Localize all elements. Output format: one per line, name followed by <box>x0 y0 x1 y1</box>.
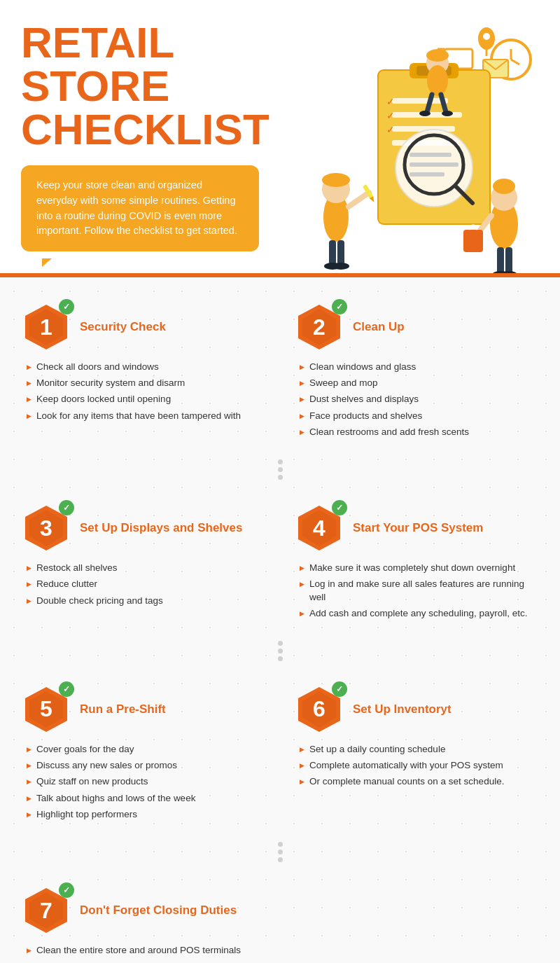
section-card-5: 5 Run a Pre-ShiftCover goals for the day… <box>14 674 273 835</box>
list-item-text: Dust shelves and displays <box>309 393 419 406</box>
svg-point-40 <box>493 179 515 194</box>
svg-rect-15 <box>392 98 448 104</box>
section-header-2: 2 Clean Up <box>294 302 539 352</box>
checkmark-badge-6 <box>332 681 347 697</box>
svg-point-51 <box>419 111 430 116</box>
section-title-6: Set Up Inventoryt <box>353 702 451 716</box>
list-item: Set up a daily counting schedule <box>300 743 539 756</box>
hex-number-3: 3 <box>40 515 52 541</box>
svg-point-52 <box>442 111 453 116</box>
list-item-text: Talk about highs and lows of the week <box>36 792 195 805</box>
section-header-6: 6 Set Up Inventoryt <box>294 684 539 735</box>
list-item-text: Make sure it was completely shut down ov… <box>309 562 515 574</box>
checkmark-badge-1 <box>59 299 74 314</box>
main-title: RETAIL STORE CHECKLIST <box>21 21 280 151</box>
hex-badge-2: 2 <box>294 302 344 352</box>
connector-dot <box>278 656 283 661</box>
section-card-3: 3 Set Up Displays and ShelvesRestock all… <box>14 492 273 634</box>
section-header-4: 4 Start Your POS System <box>294 503 539 553</box>
svg-rect-46 <box>463 230 483 252</box>
list-item: Check all doors and windows <box>27 361 266 373</box>
svg-rect-31 <box>329 240 336 265</box>
checkmark-badge-5 <box>59 681 74 697</box>
list-item-text: Highlight top performers <box>36 808 137 821</box>
list-item-text: Or complete manual counts on a set sched… <box>309 775 504 788</box>
list-item: Restock all shelves <box>27 562 266 574</box>
hex-badge-6: 6 <box>294 684 344 735</box>
list-item-text: Cover goals for the day <box>36 743 134 756</box>
list-item: Or complete manual counts on a set sched… <box>300 775 539 788</box>
list-item-text: Add cash and complete any scheduling, pa… <box>309 607 527 620</box>
svg-rect-25 <box>410 153 451 157</box>
svg-rect-41 <box>497 247 504 273</box>
list-item: Look for any items that have been tamper… <box>27 410 266 422</box>
list-item-text: Face products and shelves <box>309 410 422 422</box>
connector-dot <box>278 641 283 646</box>
list-item: Add cash and complete any scheduling, pa… <box>300 607 539 620</box>
svg-text:✓: ✓ <box>386 124 395 135</box>
hex-badge-5: 5 <box>21 684 71 735</box>
section-header-3: 3 Set Up Displays and Shelves <box>21 503 266 553</box>
checkmark-badge-4 <box>332 500 347 515</box>
section-card-1: 1 Security CheckCheck all doors and wind… <box>14 291 273 452</box>
hex-badge-1: 1 <box>21 302 71 352</box>
hex-badge-3: 3 <box>21 503 71 553</box>
hex-number-7: 7 <box>40 898 52 924</box>
svg-rect-32 <box>337 240 344 265</box>
svg-rect-42 <box>505 247 512 273</box>
svg-rect-27 <box>410 172 444 176</box>
list-item: Reduce clutter <box>27 578 266 590</box>
section-header-7: 7 Don't Forget Closing Duties <box>21 885 266 936</box>
list-item: Face products and shelves <box>300 410 539 422</box>
list-item-text: Double check pricing and tags <box>36 595 163 607</box>
list-item: Complete automatically with your POS sys… <box>300 759 539 772</box>
section-items-3: Restock all shelvesReduce clutterDouble … <box>21 562 266 607</box>
list-item: Dust shelves and displays <box>300 393 539 406</box>
section-title-1: Security Check <box>80 320 166 334</box>
list-item-text: Restock all shelves <box>36 562 118 574</box>
list-item-text: Reduce clutter <box>36 578 97 590</box>
section-items-2: Clean windows and glassSweep and mopDust… <box>294 361 539 438</box>
list-item-text: Look for any items that have been tamper… <box>36 410 241 422</box>
hex-number-4: 4 <box>313 515 326 541</box>
list-item: Clean windows and glass <box>300 361 539 373</box>
connector-dot <box>278 467 283 472</box>
svg-rect-26 <box>410 162 458 167</box>
section-card-7: 7 Don't Forget Closing DutiesClean the e… <box>14 875 273 963</box>
list-item-text: Set up a daily counting schedule <box>309 743 445 756</box>
section-header-5: 5 Run a Pre-Shift <box>21 684 266 735</box>
header-illustration: ✓ ✓ ✓ <box>280 21 539 273</box>
section-items-7: Clean the entire store and around POS te… <box>21 944 266 963</box>
svg-point-53 <box>426 49 449 62</box>
list-item: Highlight top performers <box>27 808 266 821</box>
connector-dot <box>278 857 283 862</box>
list-item-text: Complete automatically with your POS sys… <box>309 759 503 772</box>
svg-line-2 <box>511 60 519 64</box>
connector-dot <box>278 842 283 847</box>
list-item: Restock low items <box>27 960 266 963</box>
hex-number-2: 2 <box>313 314 326 340</box>
section-card-2: 2 Clean UpClean windows and glassSweep a… <box>287 291 546 452</box>
list-item-text: Log in and make sure all sales features … <box>309 578 539 603</box>
connector-dot <box>278 475 283 480</box>
hex-number-6: 6 <box>313 696 326 722</box>
list-item-text: Clean the entire store and around POS te… <box>36 944 241 957</box>
list-item-text: Sweep and mop <box>309 377 378 389</box>
list-item: Make sure it was completely shut down ov… <box>300 562 539 574</box>
svg-text:✓: ✓ <box>386 96 395 107</box>
row-connector <box>14 641 546 667</box>
hex-badge-7: 7 <box>21 885 71 936</box>
list-item: Discuss any new sales or promos <box>27 759 266 772</box>
list-item: Cover goals for the day <box>27 743 266 756</box>
list-item-text: Clean restrooms and add fresh scents <box>309 426 469 438</box>
section-items-1: Check all doors and windowsMonitor secur… <box>21 361 266 422</box>
list-item: Keep doors locked until opening <box>27 393 266 406</box>
section-items-5: Cover goals for the dayDiscuss any new s… <box>21 743 266 821</box>
hex-number-5: 5 <box>40 696 52 722</box>
checkmark-badge-7 <box>59 882 74 898</box>
row-connector <box>14 459 546 485</box>
section-items-6: Set up a daily counting scheduleComplete… <box>294 743 539 789</box>
svg-line-35 <box>349 193 369 207</box>
header-bubble: Keep your store clean and organized ever… <box>21 165 259 251</box>
svg-point-4 <box>483 33 490 40</box>
